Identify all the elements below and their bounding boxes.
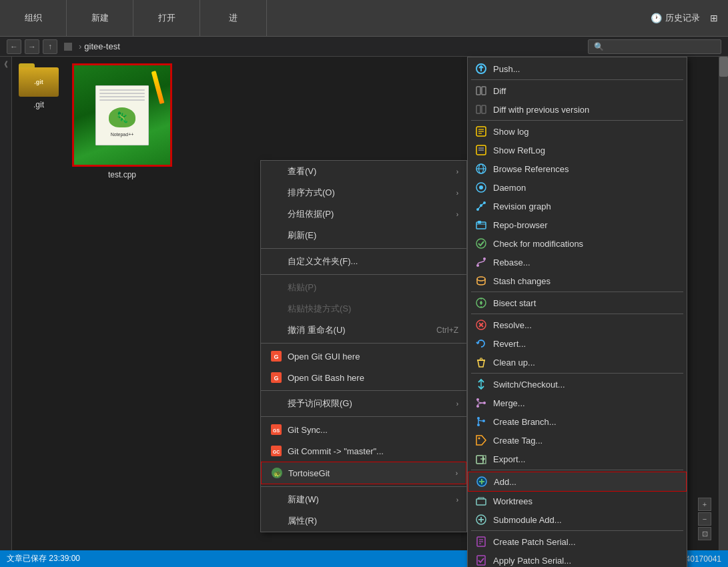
- menu-item-properties[interactable]: 属性(R): [261, 510, 466, 532]
- mascot-body: 🦎: [109, 107, 135, 127]
- zoom-in-button[interactable]: +: [698, 498, 711, 511]
- toolbar-group-open[interactable]: 打开: [133, 0, 200, 36]
- tortoise-submodule[interactable]: Submodule Add...: [468, 510, 687, 529]
- rebase-icon: [474, 255, 488, 269]
- svg-point-38: [477, 277, 485, 281]
- tortoise-apply-patch[interactable]: Apply Patch Serial...: [468, 551, 687, 567]
- revert-icon: [474, 337, 488, 350]
- tortoise-show-log[interactable]: Show log: [468, 122, 687, 141]
- menu-item-git-sync[interactable]: GS Git Sync...: [261, 419, 466, 440]
- tortoise-add[interactable]: Add...: [468, 472, 687, 492]
- tortoise-push[interactable]: Push...: [468, 59, 687, 78]
- tortoise-reflog[interactable]: Show RefLog: [468, 141, 687, 159]
- arrow-icon: ›: [456, 211, 458, 218]
- git-bash-icon: G: [269, 370, 284, 385]
- toolbar-group-organize[interactable]: 组织: [0, 0, 67, 36]
- paste-icon: [269, 280, 284, 295]
- svg-point-41: [480, 302, 482, 304]
- tortoise-revert[interactable]: Revert...: [468, 334, 687, 353]
- svg-point-48: [476, 405, 479, 408]
- breadcrumb-path-text[interactable]: gitee-test: [84, 41, 119, 51]
- svg-rect-12: [476, 87, 480, 95]
- history-tab[interactable]: 🕐 历史记录: [651, 12, 700, 24]
- fit-button[interactable]: ⊡: [698, 527, 711, 540]
- tortoise-check-modifications[interactable]: Check for modifications: [468, 234, 687, 253]
- scrollbar-vertical[interactable]: [719, 57, 728, 558]
- svg-text:GC: GC: [273, 450, 280, 454]
- tortoise-diff[interactable]: Diff: [468, 81, 687, 100]
- tortoise-rebase[interactable]: Rebase...: [468, 253, 687, 271]
- svg-point-35: [476, 239, 486, 248]
- menu-item-view[interactable]: 查看(V) ›: [261, 161, 466, 182]
- clock-icon: 🕐: [651, 13, 662, 23]
- git-sync-icon: GS: [269, 422, 284, 437]
- svg-point-50: [477, 417, 480, 420]
- cleanup-icon: [474, 356, 488, 369]
- menu-item-git-commit[interactable]: GC Git Commit -> "master"...: [261, 440, 466, 462]
- svg-rect-60: [476, 499, 486, 505]
- tortoise-switch[interactable]: Switch/Checkout...: [468, 375, 687, 394]
- tag-icon: [474, 434, 488, 447]
- tortoise-resolve[interactable]: Resolve...: [468, 316, 687, 334]
- tortoise-separator: [471, 373, 683, 374]
- menu-item-open-git-gui[interactable]: G Open Git GUI here: [261, 346, 466, 367]
- git-gui-icon: G: [269, 349, 284, 364]
- tortoise-create-branch[interactable]: Create Branch...: [468, 412, 687, 431]
- toolbar-group-new[interactable]: 新建: [67, 0, 133, 36]
- tortoise-merge[interactable]: Merge...: [468, 394, 687, 412]
- pencil-icon: [151, 71, 165, 104]
- tortoise-stash[interactable]: Stash changes: [468, 271, 687, 290]
- tortoise-create-tag[interactable]: Create Tag...: [468, 431, 687, 450]
- tortoise-separator: [471, 292, 683, 292]
- tortoise-separator: [471, 314, 683, 314]
- up-button[interactable]: ↑: [43, 39, 57, 54]
- sort-icon: [269, 185, 284, 200]
- expand-tab[interactable]: ⊞: [710, 13, 718, 23]
- menu-item-undo-rename[interactable]: 撤消 重命名(U) Ctrl+Z: [261, 320, 466, 341]
- menu-item-tortoisegit[interactable]: 🐢 TortoiseGit ›: [261, 462, 466, 484]
- nav-icon: [64, 43, 72, 51]
- zoom-out-button[interactable]: −: [698, 512, 711, 526]
- tortoise-repo-browser[interactable]: Repo-browser: [468, 215, 687, 234]
- tortoise-browse-refs[interactable]: Browse References: [468, 159, 687, 178]
- svg-point-36: [476, 264, 479, 267]
- worktree-icon: [474, 494, 488, 508]
- svg-point-51: [477, 424, 480, 426]
- menu-item-refresh[interactable]: 刷新(E): [261, 225, 466, 246]
- tortoise-export[interactable]: Export...: [468, 450, 687, 468]
- paste-shortcut-icon: [269, 302, 284, 316]
- back-button[interactable]: ←: [7, 39, 21, 54]
- tortoise-diff-prev[interactable]: Diff with previous version: [468, 100, 687, 119]
- forward-button[interactable]: →: [25, 39, 39, 54]
- group-icon: [269, 207, 284, 221]
- tortoise-daemon[interactable]: Daemon: [468, 178, 687, 197]
- tortoise-bisect[interactable]: Bisect start: [468, 294, 687, 312]
- list-item[interactable]: 🦎 Notepad++ test.cpp: [72, 63, 172, 179]
- toolbar-group-nav[interactable]: 进: [200, 0, 267, 36]
- menu-item-customize-folder[interactable]: 自定义文件夹(F)...: [261, 251, 466, 272]
- tortoise-cleanup[interactable]: Clean up...: [468, 353, 687, 372]
- merge-icon: [474, 396, 488, 410]
- menu-item-group[interactable]: 分组依据(P) ›: [261, 203, 466, 225]
- search-icon: 🔍: [594, 42, 604, 51]
- tortoise-worktrees[interactable]: Worktrees: [468, 492, 687, 510]
- tortoise-revision-graph[interactable]: Revision graph: [468, 197, 687, 215]
- menu-item-grant-access[interactable]: 授予访问权限(G) ›: [261, 393, 466, 414]
- menu-separator: [261, 390, 466, 391]
- menu-item-open-git-bash[interactable]: G Open Git Bash here: [261, 367, 466, 388]
- scrollbar-thumb-v[interactable]: [719, 57, 728, 77]
- shortcut-label: Ctrl+Z: [436, 326, 458, 335]
- menu-item-paste[interactable]: 粘贴(P): [261, 277, 466, 298]
- menu-item-paste-shortcut[interactable]: 粘贴快捷方式(S): [261, 298, 466, 320]
- menu-item-sort[interactable]: 排序方式(O) ›: [261, 182, 466, 203]
- git-commit-icon: GC: [269, 444, 284, 458]
- refresh-icon: [269, 228, 284, 243]
- tortoise-create-patch[interactable]: Create Patch Serial...: [468, 532, 687, 551]
- graph-icon: [474, 199, 488, 213]
- context-menu-tortoisegit: Push... Diff Diff with previous version: [467, 57, 687, 567]
- list-item[interactable]: .git .git: [19, 63, 59, 109]
- sidebar-collapse[interactable]: ❰: [0, 57, 11, 71]
- new-icon: [269, 492, 284, 507]
- search-box[interactable]: 🔍: [588, 39, 721, 54]
- menu-item-new[interactable]: 新建(W) ›: [261, 489, 466, 510]
